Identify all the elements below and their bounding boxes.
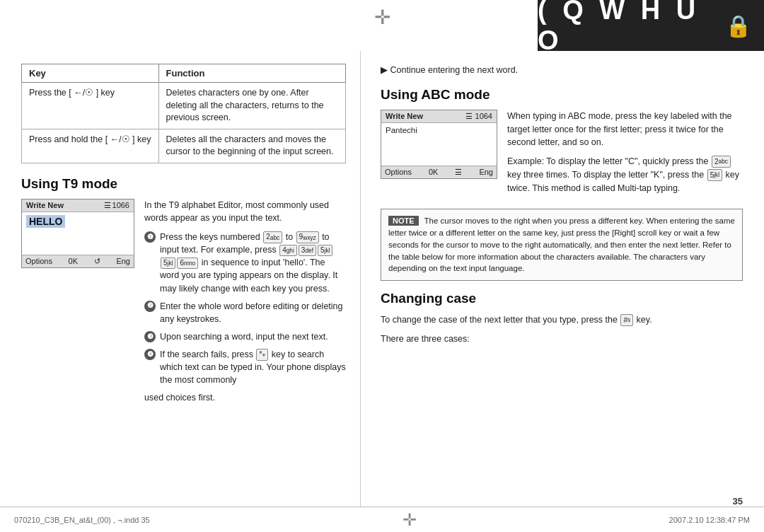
- step-number-1: ❶: [144, 231, 156, 243]
- header-title: ( Q W H U O: [538, 0, 719, 56]
- t9-content: Write New ☰ 1066 HELLO Options 0K ↺ Eng: [21, 199, 346, 411]
- abc-example-text: Example: To display the letter "C", quic…: [507, 155, 743, 195]
- table-header-key: Key: [22, 64, 159, 83]
- list-item: ❹ If the search fails, press *+ key to s…: [144, 348, 346, 386]
- abc-text-content: When typing in ABC mode, press the key l…: [507, 110, 743, 201]
- key-2abc-abc: 2abc: [712, 156, 731, 168]
- phone-screen-footer: Options 0K ↺ Eng: [22, 255, 134, 267]
- phone-screen-header: Write New ☰ 1066: [22, 200, 134, 212]
- list-item: ❶ Press the keys numbered 2abc to 9wxyz …: [144, 231, 346, 295]
- changing-case-title: Changing case: [381, 291, 743, 306]
- table-cell-key-2: Press and hold the [ ←/☉ ] key: [22, 129, 159, 163]
- changing-case-text2: There are three cases:: [381, 332, 743, 346]
- continue-text: ▶ Continue entering the next word.: [381, 64, 743, 77]
- abc-phone-text: Pantechi: [386, 126, 417, 134]
- right-column: ▶ Continue entering the next word. Using…: [361, 51, 764, 507]
- abc-content: Write New ☰ 1064 Pantechi Options 0K ☰ E…: [381, 110, 743, 201]
- header-bar: ( Q W H U O 🔒: [538, 0, 764, 51]
- note-label: NOTE: [388, 216, 419, 226]
- phone-word: HELLO: [26, 215, 65, 228]
- step-number-4: ❹: [144, 349, 156, 360]
- abc-body-text: When typing in ABC mode, press the key l…: [507, 110, 743, 149]
- abc-footer-eng: Eng: [479, 168, 493, 176]
- abc-footer-options: Options: [385, 168, 412, 176]
- abc-section-title: Using ABC mode: [381, 87, 743, 103]
- key-9wxyz: 9wxyz: [296, 231, 319, 243]
- abc-phone-num: ☰ 1064: [465, 112, 492, 121]
- step-text-4: If the search fails, press *+ key to sea…: [160, 348, 346, 386]
- abc-footer-ok: 0K: [429, 168, 438, 176]
- abc-phone-header: Write New ☰ 1064: [381, 110, 497, 123]
- changing-case-section: Changing case To change the case of the …: [381, 291, 743, 346]
- page-number: 35: [733, 496, 743, 507]
- phone-header-title: Write New: [26, 201, 64, 209]
- key-2abc: 2abc: [263, 231, 282, 243]
- phone-footer-eng: Eng: [116, 257, 130, 265]
- t9-continued: used choices first.: [144, 391, 346, 405]
- lock-icon: 🔒: [725, 13, 751, 38]
- note-box: NOTE The cursor moves to the right when …: [381, 209, 743, 281]
- left-column: Key Function Press the [ ←/☉ ] key Delet…: [0, 51, 361, 507]
- t9-phone-screen: Write New ☰ 1066 HELLO Options 0K ↺ Eng: [21, 199, 134, 268]
- changing-case-text1: To change the case of the next letter th…: [381, 313, 743, 327]
- phone-footer-ok: 0K: [69, 257, 78, 265]
- phone-footer-options: Options: [25, 257, 52, 265]
- footer-left: 070210_C3B_EN_at&t_(00) , ¬.indd 35: [14, 516, 150, 524]
- table-row: Press the [ ←/☉ ] key Deletes characters…: [22, 83, 346, 129]
- phone-footer-symbol: ↺: [94, 257, 100, 266]
- list-item: ❷ Enter the whole word before editing or…: [144, 300, 346, 325]
- step-text-2: Enter the whole word before editing or d…: [160, 300, 346, 325]
- key-hash: #s: [620, 314, 633, 326]
- step-number-3: ❸: [144, 331, 156, 342]
- table-cell-key-1: Press the [ ←/☉ ] key: [22, 83, 159, 129]
- footer-bar: 070210_C3B_EN_at&t_(00) , ¬.indd 35 ✛ 20…: [0, 507, 764, 532]
- key-6mno: 6mno: [177, 258, 198, 270]
- menu-icon: ☰: [104, 201, 111, 210]
- t9-section-title: Using T9 mode: [21, 176, 346, 192]
- step-text-1: Press the keys numbered 2abc to 9wxyz to…: [160, 231, 346, 295]
- step-number-2: ❷: [144, 301, 156, 312]
- key-5jkl: 5jkl: [318, 245, 332, 257]
- abc-phone-body: Pantechi: [381, 123, 497, 166]
- abc-phone-footer: Options 0K ☰ Eng: [381, 166, 497, 178]
- abc-phone-title: Write New: [386, 112, 423, 120]
- phone-screen-body: HELLO: [22, 212, 134, 255]
- compass-bottom-icon: ✛: [403, 510, 417, 530]
- key-5jkl-abc: 5jkl: [707, 169, 722, 181]
- table-header-function: Function: [158, 64, 346, 83]
- list-item: ❸ Upon searching a word, input the next …: [144, 330, 346, 343]
- t9-steps-list: ❶ Press the keys numbered 2abc to 9wxyz …: [144, 231, 346, 386]
- abc-footer-sym: ☰: [455, 168, 462, 177]
- menu-icon-2: ☰: [465, 112, 473, 120]
- t9-body-text: In the T9 alphabet Editor, most commonly…: [144, 199, 346, 226]
- key-function-table: Key Function Press the [ ←/☉ ] key Delet…: [21, 64, 346, 163]
- phone-header-num: ☰ 1066: [104, 201, 129, 210]
- t9-text-content: In the T9 alphabet Editor, most commonly…: [144, 199, 346, 411]
- compass-top-icon: ✛: [374, 6, 390, 29]
- abc-phone-screen: Write New ☰ 1064 Pantechi Options 0K ☰ E…: [381, 110, 497, 179]
- key-3def: 3def: [299, 245, 316, 257]
- key-4ghi: 4ghi: [279, 245, 297, 257]
- table-cell-func-2: Deletes all the characters and moves the…: [158, 129, 346, 163]
- note-text: The cursor moves to the right when you p…: [388, 216, 735, 272]
- step-text-3: Upon searching a word, input the next te…: [160, 330, 328, 343]
- table-row: Press and hold the [ ←/☉ ] key Deletes a…: [22, 129, 346, 163]
- main-content: Key Function Press the [ ←/☉ ] key Delet…: [0, 51, 764, 507]
- key-5jkl-2: 5jkl: [161, 258, 175, 270]
- footer-right: 2007.2.10 12:38:47 PM: [669, 516, 750, 524]
- key-star: *+: [256, 349, 268, 361]
- table-cell-func-1: Deletes characters one by one. After del…: [158, 83, 346, 129]
